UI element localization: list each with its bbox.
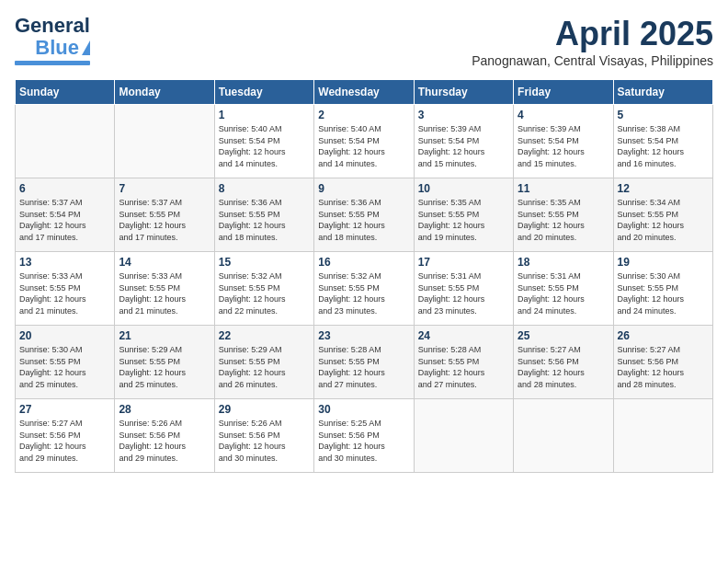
day-info: Sunrise: 5:26 AM Sunset: 5:56 PM Dayligh… (219, 418, 310, 464)
calendar-header-row: SundayMondayTuesdayWednesdayThursdayFrid… (16, 80, 713, 105)
day-number: 20 (19, 329, 110, 342)
day-cell: 28Sunrise: 5:26 AM Sunset: 5:56 PM Dayli… (115, 399, 214, 473)
col-header-thursday: Thursday (414, 80, 513, 105)
day-cell: 5Sunrise: 5:38 AM Sunset: 5:54 PM Daylig… (613, 105, 712, 178)
day-cell (613, 399, 712, 473)
day-number: 27 (19, 403, 110, 416)
logo: General Blue (15, 15, 90, 65)
day-info: Sunrise: 5:29 AM Sunset: 5:55 PM Dayligh… (119, 344, 210, 390)
day-number: 23 (318, 329, 409, 342)
day-cell: 17Sunrise: 5:31 AM Sunset: 5:55 PM Dayli… (414, 252, 513, 326)
subtitle: Panognawan, Central Visayas, Philippines (472, 53, 713, 68)
day-number: 22 (219, 329, 310, 342)
day-info: Sunrise: 5:40 AM Sunset: 5:54 PM Dayligh… (318, 123, 409, 169)
day-number: 18 (518, 256, 609, 269)
day-info: Sunrise: 5:35 AM Sunset: 5:55 PM Dayligh… (518, 197, 609, 243)
day-number: 16 (318, 256, 409, 269)
day-info: Sunrise: 5:31 AM Sunset: 5:55 PM Dayligh… (518, 270, 609, 316)
day-info: Sunrise: 5:28 AM Sunset: 5:55 PM Dayligh… (418, 344, 509, 390)
day-cell: 20Sunrise: 5:30 AM Sunset: 5:55 PM Dayli… (16, 326, 115, 399)
day-number: 10 (418, 182, 509, 195)
day-number: 29 (219, 403, 310, 416)
day-info: Sunrise: 5:37 AM Sunset: 5:54 PM Dayligh… (19, 197, 110, 243)
day-cell: 22Sunrise: 5:29 AM Sunset: 5:55 PM Dayli… (214, 326, 313, 399)
col-header-saturday: Saturday (613, 80, 712, 105)
day-number: 19 (618, 256, 709, 269)
day-cell: 7Sunrise: 5:37 AM Sunset: 5:55 PM Daylig… (115, 178, 214, 252)
day-info: Sunrise: 5:40 AM Sunset: 5:54 PM Dayligh… (219, 123, 310, 169)
day-cell: 10Sunrise: 5:35 AM Sunset: 5:55 PM Dayli… (414, 178, 513, 252)
day-number: 17 (418, 256, 509, 269)
day-cell: 27Sunrise: 5:27 AM Sunset: 5:56 PM Dayli… (16, 399, 115, 473)
day-number: 6 (19, 182, 110, 195)
day-cell: 30Sunrise: 5:25 AM Sunset: 5:56 PM Dayli… (314, 399, 414, 473)
title-area: April 2025 Panognawan, Central Visayas, … (472, 15, 713, 68)
day-info: Sunrise: 5:27 AM Sunset: 5:56 PM Dayligh… (19, 418, 110, 464)
day-cell: 11Sunrise: 5:35 AM Sunset: 5:55 PM Dayli… (514, 178, 613, 252)
day-number: 2 (318, 109, 409, 121)
day-cell: 19Sunrise: 5:30 AM Sunset: 5:55 PM Dayli… (613, 252, 712, 326)
day-cell: 29Sunrise: 5:26 AM Sunset: 5:56 PM Dayli… (214, 399, 313, 473)
day-number: 14 (119, 256, 210, 269)
day-cell (16, 105, 115, 178)
day-number: 11 (518, 182, 609, 195)
day-info: Sunrise: 5:33 AM Sunset: 5:55 PM Dayligh… (19, 270, 110, 316)
day-cell: 9Sunrise: 5:36 AM Sunset: 5:55 PM Daylig… (314, 178, 414, 252)
day-cell: 23Sunrise: 5:28 AM Sunset: 5:55 PM Dayli… (314, 326, 414, 399)
day-cell: 6Sunrise: 5:37 AM Sunset: 5:54 PM Daylig… (16, 178, 115, 252)
day-number: 30 (318, 403, 409, 416)
week-row-5: 27Sunrise: 5:27 AM Sunset: 5:56 PM Dayli… (16, 399, 713, 473)
day-info: Sunrise: 5:36 AM Sunset: 5:55 PM Dayligh… (318, 197, 409, 243)
day-info: Sunrise: 5:27 AM Sunset: 5:56 PM Dayligh… (618, 344, 709, 390)
day-info: Sunrise: 5:32 AM Sunset: 5:55 PM Dayligh… (318, 270, 409, 316)
day-cell: 15Sunrise: 5:32 AM Sunset: 5:55 PM Dayli… (214, 252, 313, 326)
day-info: Sunrise: 5:32 AM Sunset: 5:55 PM Dayligh… (219, 270, 310, 316)
day-number: 28 (119, 403, 210, 416)
col-header-monday: Monday (115, 80, 214, 105)
day-cell: 24Sunrise: 5:28 AM Sunset: 5:55 PM Dayli… (414, 326, 513, 399)
day-info: Sunrise: 5:27 AM Sunset: 5:56 PM Dayligh… (518, 344, 609, 390)
day-info: Sunrise: 5:30 AM Sunset: 5:55 PM Dayligh… (618, 270, 709, 316)
day-cell: 2Sunrise: 5:40 AM Sunset: 5:54 PM Daylig… (314, 105, 414, 178)
day-number: 3 (418, 109, 509, 121)
logo-blue: Blue (35, 37, 90, 59)
day-cell: 25Sunrise: 5:27 AM Sunset: 5:56 PM Dayli… (514, 326, 613, 399)
day-info: Sunrise: 5:28 AM Sunset: 5:55 PM Dayligh… (318, 344, 409, 390)
day-cell: 21Sunrise: 5:29 AM Sunset: 5:55 PM Dayli… (115, 326, 214, 399)
day-number: 7 (119, 182, 210, 195)
day-cell: 12Sunrise: 5:34 AM Sunset: 5:55 PM Dayli… (613, 178, 712, 252)
day-number: 15 (219, 256, 310, 269)
day-number: 24 (418, 329, 509, 342)
day-number: 1 (219, 109, 310, 121)
day-info: Sunrise: 5:30 AM Sunset: 5:55 PM Dayligh… (19, 344, 110, 390)
week-row-2: 6Sunrise: 5:37 AM Sunset: 5:54 PM Daylig… (16, 178, 713, 252)
day-info: Sunrise: 5:26 AM Sunset: 5:56 PM Dayligh… (119, 418, 210, 464)
day-info: Sunrise: 5:29 AM Sunset: 5:55 PM Dayligh… (219, 344, 310, 390)
day-info: Sunrise: 5:37 AM Sunset: 5:55 PM Dayligh… (119, 197, 210, 243)
day-cell: 3Sunrise: 5:39 AM Sunset: 5:54 PM Daylig… (414, 105, 513, 178)
col-header-tuesday: Tuesday (214, 80, 313, 105)
day-info: Sunrise: 5:35 AM Sunset: 5:55 PM Dayligh… (418, 197, 509, 243)
day-number: 26 (618, 329, 709, 342)
week-row-3: 13Sunrise: 5:33 AM Sunset: 5:55 PM Dayli… (16, 252, 713, 326)
day-info: Sunrise: 5:33 AM Sunset: 5:55 PM Dayligh… (119, 270, 210, 316)
col-header-friday: Friday (514, 80, 613, 105)
week-row-4: 20Sunrise: 5:30 AM Sunset: 5:55 PM Dayli… (16, 326, 713, 399)
day-info: Sunrise: 5:39 AM Sunset: 5:54 PM Dayligh… (418, 123, 509, 169)
day-cell (414, 399, 513, 473)
day-number: 12 (618, 182, 709, 195)
month-title: April 2025 (472, 15, 713, 53)
col-header-wednesday: Wednesday (314, 80, 414, 105)
day-cell: 4Sunrise: 5:39 AM Sunset: 5:54 PM Daylig… (514, 105, 613, 178)
day-number: 25 (518, 329, 609, 342)
day-info: Sunrise: 5:36 AM Sunset: 5:55 PM Dayligh… (219, 197, 310, 243)
header: General Blue April 2025 Panognawan, Cent… (15, 15, 713, 68)
day-cell: 16Sunrise: 5:32 AM Sunset: 5:55 PM Dayli… (314, 252, 414, 326)
day-info: Sunrise: 5:39 AM Sunset: 5:54 PM Dayligh… (518, 123, 609, 169)
day-number: 4 (518, 109, 609, 121)
day-info: Sunrise: 5:34 AM Sunset: 5:55 PM Dayligh… (618, 197, 709, 243)
day-cell: 18Sunrise: 5:31 AM Sunset: 5:55 PM Dayli… (514, 252, 613, 326)
day-info: Sunrise: 5:38 AM Sunset: 5:54 PM Dayligh… (618, 123, 709, 169)
day-number: 5 (618, 109, 709, 121)
day-number: 21 (119, 329, 210, 342)
